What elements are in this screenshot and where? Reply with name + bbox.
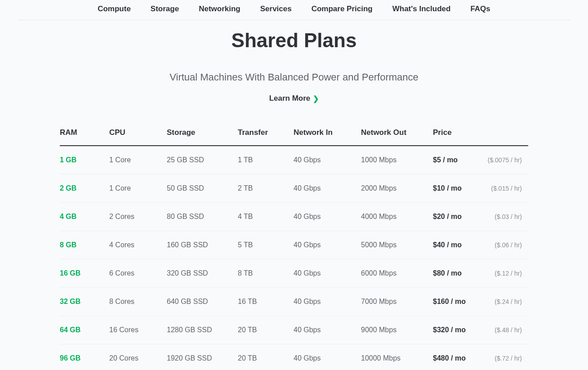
cell-price-monthly: $40 / mo <box>433 231 486 259</box>
cell-cpu: 2 Cores <box>109 203 167 231</box>
cell-price-hourly: ($.12 / hr) <box>486 259 528 288</box>
cell-network-out: 5000 Mbps <box>361 231 433 259</box>
col-header-ram: RAM <box>60 128 109 146</box>
cell-cpu: 20 Cores <box>109 344 167 370</box>
cell-ram: 1 GB <box>60 146 109 174</box>
cell-network-out: 2000 Mbps <box>361 174 433 203</box>
table-row: 1 GB1 Core25 GB SSD1 TB40 Gbps1000 Mbps$… <box>60 146 528 174</box>
cell-storage: 1280 GB SSD <box>167 316 238 344</box>
cell-network-in: 40 Gbps <box>294 316 361 344</box>
cell-network-in: 40 Gbps <box>294 146 361 174</box>
cell-network-in: 40 Gbps <box>294 231 361 259</box>
table-row: 4 GB2 Cores80 GB SSD4 TB40 Gbps4000 Mbps… <box>60 203 528 231</box>
cell-price-hourly: ($.03 / hr) <box>486 203 528 231</box>
nav-item-services[interactable]: Services <box>260 4 292 13</box>
top-nav: Compute Storage Networking Services Comp… <box>18 0 570 20</box>
cell-ram: 96 GB <box>60 344 109 370</box>
cell-ram: 8 GB <box>60 231 109 259</box>
cell-storage: 320 GB SSD <box>167 259 238 288</box>
table-row: 96 GB20 Cores1920 GB SSD20 TB40 Gbps1000… <box>60 344 528 370</box>
cell-cpu: 1 Core <box>109 146 167 174</box>
cell-price-monthly: $320 / mo <box>433 316 486 344</box>
cell-transfer: 1 TB <box>238 146 294 174</box>
col-header-price: Price <box>433 128 528 146</box>
cell-storage: 160 GB SSD <box>167 231 238 259</box>
cell-ram: 32 GB <box>60 288 109 316</box>
chevron-right-icon: ❯ <box>313 94 319 103</box>
col-header-network-out: Network Out <box>361 128 433 146</box>
col-header-storage: Storage <box>167 128 238 146</box>
nav-item-networking[interactable]: Networking <box>199 4 241 13</box>
cell-transfer: 8 TB <box>238 259 294 288</box>
cell-ram: 16 GB <box>60 259 109 288</box>
cell-transfer: 20 TB <box>238 344 294 370</box>
cell-storage: 25 GB SSD <box>167 146 238 174</box>
cell-transfer: 2 TB <box>238 174 294 203</box>
nav-item-faqs[interactable]: FAQs <box>470 4 490 13</box>
cell-storage: 80 GB SSD <box>167 203 238 231</box>
cell-network-out: 7000 Mbps <box>361 288 433 316</box>
cell-price-hourly: ($.24 / hr) <box>486 288 528 316</box>
page-subtitle: Virtual Machines With Balanced Power and… <box>0 71 588 83</box>
cell-price-monthly: $480 / mo <box>433 344 486 370</box>
cell-network-in: 40 Gbps <box>294 288 361 316</box>
learn-more-label: Learn More <box>269 94 311 103</box>
table-row: 8 GB4 Cores160 GB SSD5 TB40 Gbps5000 Mbp… <box>60 231 528 259</box>
cell-price-hourly: ($.48 / hr) <box>486 316 528 344</box>
cell-price-hourly: ($.0075 / hr) <box>486 146 528 174</box>
cell-cpu: 4 Cores <box>109 231 167 259</box>
cell-transfer: 16 TB <box>238 288 294 316</box>
cell-ram: 64 GB <box>60 316 109 344</box>
nav-item-compare-pricing[interactable]: Compare Pricing <box>312 4 373 13</box>
cell-price-hourly: ($.06 / hr) <box>486 231 528 259</box>
cell-ram: 2 GB <box>60 174 109 203</box>
cell-price-monthly: $160 / mo <box>433 288 486 316</box>
col-header-transfer: Transfer <box>238 128 294 146</box>
cell-transfer: 5 TB <box>238 231 294 259</box>
cell-price-monthly: $5 / mo <box>433 146 486 174</box>
cell-price-monthly: $20 / mo <box>433 203 486 231</box>
page-title: Shared Plans <box>0 29 588 52</box>
nav-item-storage[interactable]: Storage <box>151 4 179 13</box>
cell-storage: 50 GB SSD <box>167 174 238 203</box>
cell-transfer: 4 TB <box>238 203 294 231</box>
cell-cpu: 8 Cores <box>109 288 167 316</box>
pricing-table-wrap: RAM CPU Storage Transfer Network In Netw… <box>60 128 528 370</box>
table-header-row: RAM CPU Storage Transfer Network In Netw… <box>60 128 528 146</box>
cell-network-in: 40 Gbps <box>294 203 361 231</box>
col-header-cpu: CPU <box>109 128 167 146</box>
cell-price-monthly: $80 / mo <box>433 259 486 288</box>
table-row: 2 GB1 Core50 GB SSD2 TB40 Gbps2000 Mbps$… <box>60 174 528 203</box>
cell-transfer: 20 TB <box>238 316 294 344</box>
cell-cpu: 6 Cores <box>109 259 167 288</box>
cell-price-hourly: ($.015 / hr) <box>486 174 528 203</box>
cell-cpu: 1 Core <box>109 174 167 203</box>
cell-price-monthly: $10 / mo <box>433 174 486 203</box>
hero: Shared Plans Virtual Machines With Balan… <box>0 29 588 103</box>
col-header-network-in: Network In <box>294 128 361 146</box>
table-row: 32 GB8 Cores640 GB SSD16 TB40 Gbps7000 M… <box>60 288 528 316</box>
cell-network-in: 40 Gbps <box>294 174 361 203</box>
cell-network-out: 4000 Mbps <box>361 203 433 231</box>
cell-network-out: 1000 Mbps <box>361 146 433 174</box>
cell-price-hourly: ($.72 / hr) <box>486 344 528 370</box>
cell-network-in: 40 Gbps <box>294 344 361 370</box>
nav-item-compute[interactable]: Compute <box>98 4 131 13</box>
cell-cpu: 16 Cores <box>109 316 167 344</box>
cell-network-out: 6000 Mbps <box>361 259 433 288</box>
nav-item-whats-included[interactable]: What's Included <box>392 4 451 13</box>
cell-storage: 640 GB SSD <box>167 288 238 316</box>
table-row: 16 GB6 Cores320 GB SSD8 TB40 Gbps6000 Mb… <box>60 259 528 288</box>
cell-network-out: 10000 Mbps <box>361 344 433 370</box>
pricing-table: RAM CPU Storage Transfer Network In Netw… <box>60 128 528 370</box>
cell-ram: 4 GB <box>60 203 109 231</box>
cell-network-out: 9000 Mbps <box>361 316 433 344</box>
cell-storage: 1920 GB SSD <box>167 344 238 370</box>
table-row: 64 GB16 Cores1280 GB SSD20 TB40 Gbps9000… <box>60 316 528 344</box>
learn-more-link[interactable]: Learn More ❯ <box>269 94 319 103</box>
cell-network-in: 40 Gbps <box>294 259 361 288</box>
